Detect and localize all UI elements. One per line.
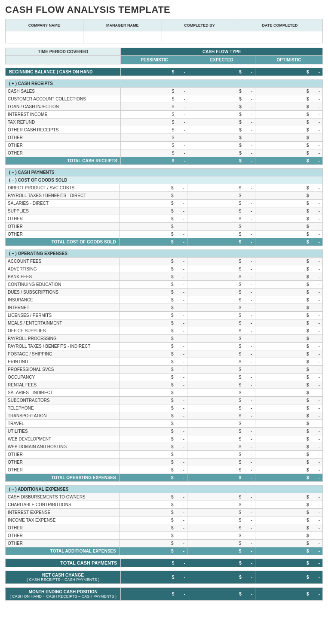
- cash-sales-pessimistic[interactable]: $ -: [121, 88, 188, 95]
- time-period-value[interactable]: [6, 56, 121, 64]
- net-cash-change-optimistic: $ -: [255, 571, 323, 584]
- direct-product-pessimistic[interactable]: $ -: [120, 184, 187, 192]
- net-cash-change-row: NET CASH CHANGE ( CASH RECEIPTS – CASH P…: [6, 571, 323, 584]
- interest-income-label: INTEREST INCOME: [6, 111, 121, 118]
- other3-expected[interactable]: $ -: [188, 149, 255, 157]
- other-cash-receipts-optimistic[interactable]: $ -: [255, 126, 323, 134]
- tax-refund-pessimistic[interactable]: $ -: [121, 118, 188, 126]
- completed-by-input[interactable]: [162, 31, 237, 43]
- tax-refund-expected[interactable]: $ -: [188, 118, 255, 126]
- cogs-other1-expected[interactable]: $ -: [187, 215, 255, 223]
- month-ending-table: MONTH ENDING CASH POSITION ( CASH ON HAN…: [5, 587, 323, 601]
- beginning-balance-expected[interactable]: $ -: [188, 68, 255, 76]
- cogs-subheader-row: ( – ) COST OF GOODS SOLD: [6, 176, 323, 184]
- payroll-taxes-direct-expected[interactable]: $ -: [187, 192, 255, 200]
- table-row: INSURANCE $ - $ - $ -: [6, 296, 323, 304]
- other-cash-receipts-expected[interactable]: $ -: [188, 126, 255, 134]
- other3-pessimistic[interactable]: $ -: [121, 149, 188, 157]
- beginning-balance-optimistic[interactable]: $ -: [255, 68, 323, 76]
- total-cogs-label: TOTAL COST OF GOODS SOLD: [6, 238, 120, 246]
- interest-income-expected[interactable]: $ -: [188, 111, 255, 118]
- cogs-other3-expected[interactable]: $ -: [187, 231, 255, 238]
- table-row: TRANSPORTATION $ - $ - $ -: [6, 412, 323, 420]
- op-other1-label: OTHER: [6, 451, 120, 459]
- loan-injection-pessimistic[interactable]: $ -: [121, 103, 188, 111]
- other-cash-receipts-label: OTHER CASH RECEIPTS: [6, 126, 121, 134]
- cogs-other2-optimistic[interactable]: $ -: [255, 223, 322, 231]
- cogs-other2-expected[interactable]: $ -: [187, 223, 255, 231]
- payroll-taxes-direct-label: PAYROLL TAXES / BENEFITS - DIRECT: [6, 192, 120, 200]
- supplies-pessimistic[interactable]: $ -: [120, 207, 187, 215]
- cash-sales-expected[interactable]: $ -: [188, 88, 255, 95]
- supplies-optimistic[interactable]: $ -: [255, 207, 322, 215]
- cash-sales-optimistic[interactable]: $ -: [255, 88, 323, 95]
- other2-label: OTHER: [6, 142, 121, 149]
- cogs-other2-pessimistic[interactable]: $ -: [120, 223, 187, 231]
- direct-product-expected[interactable]: $ -: [187, 184, 255, 192]
- total-cogs-optimistic: $ -: [255, 238, 322, 246]
- table-row: POSTAGE / SHIPPING $ - $ - $ -: [6, 350, 323, 358]
- salaries-direct-optimistic[interactable]: $ -: [255, 200, 322, 207]
- table-row: DUES / SUBSCRIPTIONS $ - $ - $ -: [6, 289, 323, 296]
- table-row: PAYROLL TAXES / BENEFITS - DIRECT $ - $ …: [6, 192, 323, 200]
- cogs-other3-pessimistic[interactable]: $ -: [120, 231, 187, 238]
- cogs-other1-optimistic[interactable]: $ -: [255, 215, 322, 223]
- loan-injection-expected[interactable]: $ -: [188, 103, 255, 111]
- expected-header: EXPECTED: [188, 56, 255, 64]
- total-cash-payments-expected: $ -: [188, 559, 255, 567]
- loan-injection-optimistic[interactable]: $ -: [255, 103, 323, 111]
- cogs-other3-optimistic[interactable]: $ -: [255, 231, 322, 238]
- company-name-input[interactable]: [6, 31, 83, 43]
- total-cash-receipts-label: TOTAL CASH RECEIPTS: [6, 157, 121, 165]
- pessimistic-header: PESSIMISTIC: [121, 56, 188, 64]
- table-row: ADVERTISING $ - $ - $ -: [6, 265, 323, 273]
- table-row: RENTAL FEES $ - $ - $ -: [6, 381, 323, 389]
- total-cash-receipts-pessimistic: $ -: [121, 157, 188, 165]
- manager-name-input[interactable]: [83, 31, 162, 43]
- direct-product-label: DIRECT PRODUCT / SVC COSTS: [6, 184, 120, 192]
- table-row: OFFICE SUPPLIES $ - $ - $ -: [6, 327, 323, 335]
- month-ending-row: MONTH ENDING CASH POSITION ( CASH ON HAN…: [6, 588, 323, 601]
- occupancy-label: OCCUPANCY: [6, 374, 120, 381]
- table-row: CUSTOMER ACCOUNT COLLECTIONS $ - $ - $ -: [6, 95, 323, 103]
- table-row: TELEPHONE $ - $ - $ -: [6, 404, 323, 412]
- other2-pessimistic[interactable]: $ -: [121, 142, 188, 149]
- other1-optimistic[interactable]: $ -: [255, 134, 323, 142]
- meals-entertainment-label: MEALS / ENTERTAINMENT: [6, 319, 120, 327]
- total-cash-payments-table: TOTAL CASH PAYMENTS $ - $ - $ -: [5, 559, 323, 567]
- table-row: UTILITIES $ - $ - $ -: [6, 428, 323, 435]
- payroll-taxes-direct-optimistic[interactable]: $ -: [255, 192, 322, 200]
- other2-expected[interactable]: $ -: [188, 142, 255, 149]
- other2-optimistic[interactable]: $ -: [255, 142, 323, 149]
- beginning-balance-pessimistic[interactable]: $ -: [121, 68, 188, 76]
- interest-income-pessimistic[interactable]: $ -: [121, 111, 188, 118]
- customer-collections-optimistic[interactable]: $ -: [255, 95, 323, 103]
- table-row: CONTINUING EDUCATION $ - $ - $ -: [6, 281, 323, 289]
- continuing-education-label: CONTINUING EDUCATION: [6, 281, 120, 289]
- salaries-direct-expected[interactable]: $ -: [187, 200, 255, 207]
- total-cogs-pessimistic: $ -: [120, 238, 187, 246]
- office-supplies-label: OFFICE SUPPLIES: [6, 327, 120, 335]
- other-cash-receipts-pessimistic[interactable]: $ -: [121, 126, 188, 134]
- other1-expected[interactable]: $ -: [188, 134, 255, 142]
- cogs-other1-pessimistic[interactable]: $ -: [120, 215, 187, 223]
- table-row: OTHER $ - $ - $ -: [6, 223, 323, 231]
- other1-pessimistic[interactable]: $ -: [121, 134, 188, 142]
- manager-name-label: MANAGER NAME: [83, 19, 162, 31]
- interest-income-optimistic[interactable]: $ -: [255, 111, 323, 118]
- table-row: SALARIES - INDIRECT $ - $ - $ -: [6, 389, 323, 397]
- tax-refund-optimistic[interactable]: $ -: [255, 118, 323, 126]
- total-additional-pessimistic: $ -: [120, 547, 187, 555]
- salaries-direct-pessimistic[interactable]: $ -: [120, 200, 187, 207]
- payroll-taxes-direct-pessimistic[interactable]: $ -: [120, 192, 187, 200]
- direct-product-optimistic[interactable]: $ -: [255, 184, 322, 192]
- op-other2-label: OTHER: [6, 459, 120, 466]
- table-row: INTERNET $ - $ - $ -: [6, 304, 323, 312]
- date-completed-input[interactable]: [237, 31, 322, 43]
- supplies-expected[interactable]: $ -: [187, 207, 255, 215]
- customer-collections-pessimistic[interactable]: $ -: [121, 95, 188, 103]
- customer-collections-expected[interactable]: $ -: [188, 95, 255, 103]
- other3-optimistic[interactable]: $ -: [255, 149, 323, 157]
- telephone-label: TELEPHONE: [6, 404, 120, 412]
- web-development-label: WEB DEVELOPMENT: [6, 435, 120, 443]
